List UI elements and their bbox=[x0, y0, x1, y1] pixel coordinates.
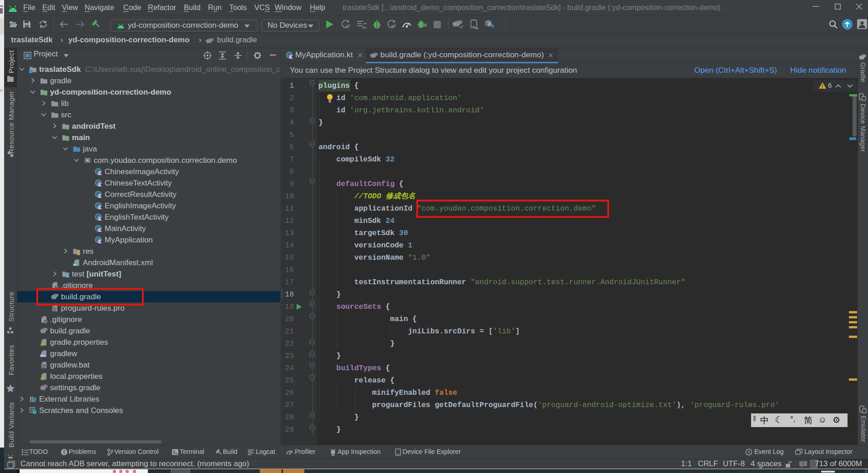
svg-text:A: A bbox=[345, 24, 348, 29]
svg-text:MF: MF bbox=[74, 263, 78, 266]
svg-text:C++: C++ bbox=[41, 354, 46, 357]
svg-text:P: P bbox=[391, 24, 394, 29]
